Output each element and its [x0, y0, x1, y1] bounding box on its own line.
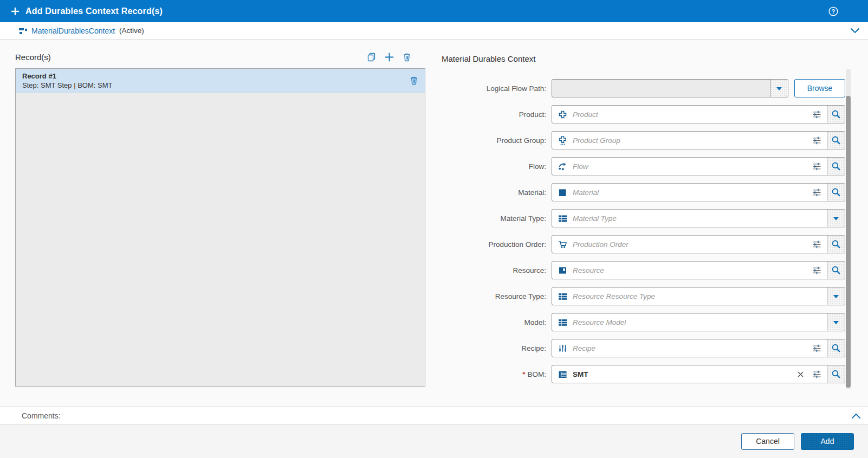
filter-sliders-icon: [812, 344, 822, 353]
production-order-input[interactable]: [567, 235, 807, 253]
search-icon: [831, 369, 841, 379]
dropdown-arrow-icon: [776, 86, 782, 91]
recipe-search-button[interactable]: [827, 339, 845, 357]
field-label: *BOM:: [442, 370, 552, 378]
context-form-panel: Material Durables Context Logical Flow P…: [442, 54, 845, 391]
recipe-input[interactable]: [567, 339, 807, 357]
resource-lookup-field: [552, 261, 845, 279]
product-search-button[interactable]: [827, 106, 845, 123]
record-list: Record #1 Step: SMT Step | BOM: SMT: [15, 68, 425, 387]
material-lookup-field: [552, 183, 845, 201]
product-filter-button[interactable]: [807, 106, 827, 123]
help-button[interactable]: ?: [828, 6, 839, 17]
production-order-search-button[interactable]: [827, 235, 845, 253]
bom-clear-button[interactable]: [794, 365, 807, 383]
search-icon: [831, 161, 841, 171]
product-group-search-button[interactable]: [827, 132, 845, 149]
material-search-button[interactable]: [827, 184, 845, 201]
material-icon: [552, 184, 567, 201]
logical-flow-path-dropdown-button[interactable]: [770, 80, 788, 97]
entity-name-link[interactable]: MaterialDurablesContext: [31, 27, 115, 35]
cancel-button[interactable]: Cancel: [741, 433, 794, 450]
material-type-dropdown-field: [552, 209, 845, 227]
collapse-subheader-button[interactable]: [850, 27, 860, 35]
trash-icon: [403, 53, 411, 62]
search-icon: [831, 343, 841, 353]
duplicate-record-button[interactable]: [367, 53, 376, 62]
flow-input[interactable]: [567, 158, 807, 175]
record-title: Record #1: [22, 71, 410, 81]
dropdown-arrow-icon: [833, 294, 839, 299]
filter-sliders-icon: [812, 266, 822, 275]
bom-filter-button[interactable]: [807, 365, 827, 383]
product-input[interactable]: [567, 106, 807, 123]
field-row-resource-type: Resource Type:: [442, 287, 845, 305]
record-list-item-selected[interactable]: Record #1 Step: SMT Step | BOM: SMT: [16, 69, 425, 93]
logical-flow-path-combobox: [552, 79, 788, 97]
recipe-lookup-field: [552, 339, 845, 357]
scrollbar-thumb[interactable]: [846, 96, 851, 388]
material-input[interactable]: [567, 184, 807, 201]
bom-search-button[interactable]: [827, 365, 845, 383]
production-order-lookup-field: [552, 235, 845, 253]
model-dropdown-field: [552, 313, 845, 331]
collapse-comments-button[interactable]: [851, 412, 861, 420]
dropdown-arrow-icon: [833, 216, 839, 221]
dialog-footer: Cancel Add: [0, 424, 868, 458]
trash-icon: [410, 76, 418, 85]
product-group-input[interactable]: [567, 132, 807, 149]
search-icon: [831, 187, 841, 197]
delete-records-button[interactable]: [403, 53, 411, 62]
bom-input[interactable]: [567, 365, 794, 383]
field-label: Recipe:: [442, 344, 552, 352]
form-title: Material Durables Context: [442, 54, 845, 64]
form-scrollbar[interactable]: [846, 69, 851, 389]
clear-x-icon: [797, 371, 804, 378]
browse-button[interactable]: Browse: [794, 79, 845, 97]
product-group-filter-button[interactable]: [807, 132, 827, 149]
resource-search-button[interactable]: [827, 261, 845, 279]
field-label: Material:: [442, 188, 552, 197]
comments-label: Comments:: [22, 411, 61, 420]
dialog-body: Record(s) Record #1: [0, 40, 868, 407]
flow-filter-button[interactable]: [807, 158, 827, 175]
resource-input[interactable]: [567, 261, 807, 279]
material-filter-button[interactable]: [807, 184, 827, 201]
delete-record-button[interactable]: [410, 76, 418, 85]
filter-sliders-icon: [812, 162, 822, 171]
product-icon: [552, 106, 567, 123]
recipe-filter-button[interactable]: [807, 339, 827, 357]
model-dropdown-button[interactable]: [827, 313, 845, 331]
resource-type-input[interactable]: [567, 287, 827, 305]
filter-sliders-icon: [812, 110, 822, 119]
flow-search-button[interactable]: [827, 158, 845, 175]
resource-icon: [552, 261, 567, 279]
dialog-title: Add Durables Context Record(s): [25, 6, 163, 16]
field-row-production-order: Production Order:: [442, 235, 845, 253]
field-label: Resource Type:: [442, 292, 552, 300]
entity-status: (Active): [119, 27, 144, 35]
resource-filter-button[interactable]: [807, 261, 827, 279]
flow-lookup-field: [552, 157, 845, 175]
field-label: Model:: [442, 318, 552, 326]
list-icon: [552, 210, 567, 227]
add-record-button[interactable]: [385, 53, 394, 62]
field-row-product-group: Product Group:: [442, 131, 845, 149]
add-plus-icon: [11, 7, 20, 16]
resource-type-dropdown-button[interactable]: [827, 287, 845, 305]
field-label: Product Group:: [442, 136, 552, 145]
chevron-up-icon: [851, 412, 861, 420]
material-type-input[interactable]: [567, 210, 827, 227]
production-order-filter-button[interactable]: [807, 235, 827, 253]
field-label: Product:: [442, 110, 552, 119]
add-button[interactable]: Add: [801, 433, 854, 450]
logical-flow-path-input[interactable]: [552, 80, 770, 97]
entity-type-icon: [19, 27, 28, 35]
model-input[interactable]: [567, 313, 827, 331]
resource-type-dropdown-field: [552, 287, 845, 305]
record-text: Record #1 Step: SMT Step | BOM: SMT: [22, 71, 410, 90]
plus-icon: [385, 53, 394, 62]
material-type-dropdown-button[interactable]: [827, 210, 845, 227]
field-label: Flow:: [442, 162, 552, 171]
product-group-icon: [552, 132, 567, 149]
